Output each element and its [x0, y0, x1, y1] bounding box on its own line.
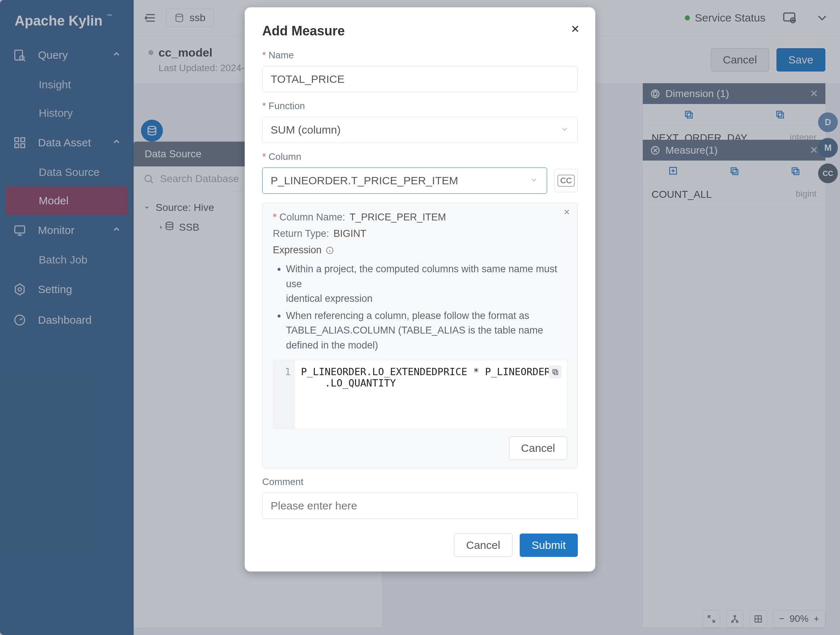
add-measure-modal: Add Measure Name Function SUM (column) C…	[245, 7, 595, 572]
name-label: Name	[262, 50, 578, 61]
cc-button[interactable]: CC	[554, 169, 578, 192]
expression-code[interactable]: 1 P_LINEORDER.LO_EXTENDEDPRICE * P_LINEO…	[273, 360, 567, 429]
modal-title: Add Measure	[262, 24, 578, 39]
function-label: Function	[262, 100, 578, 112]
svg-rect-33	[554, 371, 558, 374]
return-type-label: Return Type:	[273, 228, 329, 240]
comment-input[interactable]	[262, 493, 578, 519]
copy-icon[interactable]	[549, 365, 562, 378]
function-select[interactable]: SUM (column)	[262, 117, 578, 143]
expr-close-icon[interactable]	[563, 208, 571, 217]
column-select[interactable]: P_LINEORDER.T_PRICE_PER_ITEM	[262, 167, 547, 194]
chevron-down-icon	[560, 125, 569, 135]
svg-rect-32	[553, 370, 557, 373]
col-name-value: T_PRICE_PER_ITEM	[349, 212, 446, 223]
modal-cancel-button[interactable]: Cancel	[454, 534, 512, 557]
return-type-value: BIGINT	[333, 228, 366, 240]
expr-cancel-button[interactable]: Cancel	[509, 436, 567, 460]
modal-submit-button[interactable]: Submit	[520, 534, 578, 557]
function-value: SUM (column)	[262, 117, 578, 143]
column-value: P_LINEORDER.T_PRICE_PER_ITEM	[262, 167, 547, 194]
modal-close-icon[interactable]	[570, 24, 581, 36]
expression-hints: Within a project, the computed columns w…	[286, 262, 567, 353]
code-content[interactable]: P_LINEORDER.LO_EXTENDEDPRICE * P_LINEORD…	[295, 360, 567, 429]
name-input[interactable]	[262, 66, 578, 92]
expression-label: Expression	[273, 244, 322, 256]
code-gutter: 1	[273, 360, 295, 429]
chevron-down-icon	[530, 175, 538, 186]
column-label: Column	[262, 151, 578, 162]
col-name-label: Column Name:	[273, 212, 345, 223]
expression-editor: Column Name: T_PRICE_PER_ITEM Return Typ…	[262, 203, 578, 468]
info-icon[interactable]	[325, 246, 334, 255]
comment-label: Comment	[262, 476, 578, 488]
